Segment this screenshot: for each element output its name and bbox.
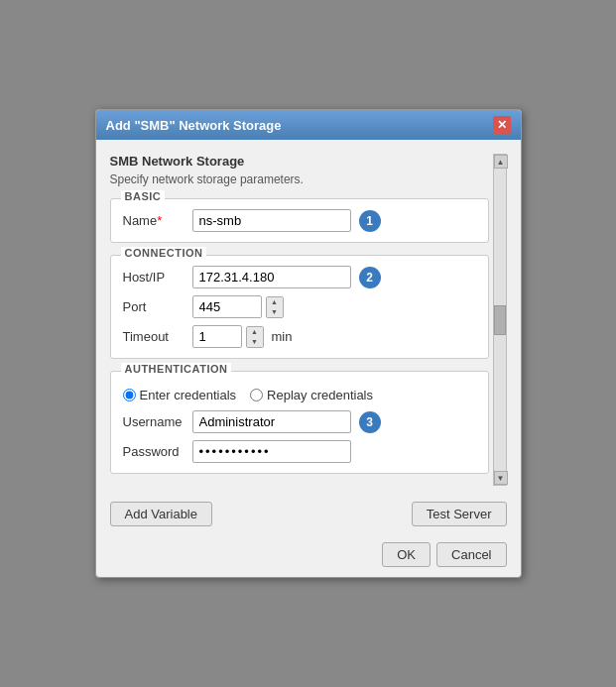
port-down-button[interactable]: ▼ bbox=[267, 307, 283, 317]
host-input[interactable] bbox=[192, 266, 351, 288]
username-label: Username bbox=[123, 414, 192, 429]
badge-1: 1 bbox=[359, 210, 381, 232]
scrollbar: ▲ ▼ bbox=[493, 154, 507, 486]
host-input-wrapper: 2 bbox=[192, 266, 381, 288]
dialog-container: Add "SMB" Network Storage ✕ SMB Network … bbox=[95, 109, 522, 578]
host-row: Host/IP 2 bbox=[123, 266, 476, 288]
port-up-button[interactable]: ▲ bbox=[267, 297, 283, 307]
timeout-down-button[interactable]: ▼ bbox=[247, 337, 263, 347]
radio-enter-credentials[interactable] bbox=[123, 389, 136, 401]
footer-row: Add Variable Test Server bbox=[96, 496, 521, 536]
add-variable-button[interactable]: Add Variable bbox=[110, 502, 212, 526]
scrollbar-thumb[interactable] bbox=[494, 305, 506, 335]
radio-row: Enter credentials Replay credentials bbox=[123, 388, 476, 402]
port-label: Port bbox=[123, 299, 192, 314]
port-row: Port ▲ ▼ bbox=[123, 295, 476, 318]
radio-replay-label[interactable]: Replay credentials bbox=[250, 388, 373, 402]
required-star: * bbox=[157, 213, 162, 228]
dialog-titlebar: Add "SMB" Network Storage ✕ bbox=[96, 110, 521, 140]
section-header: SMB Network Storage bbox=[110, 154, 489, 169]
timeout-up-button[interactable]: ▲ bbox=[247, 327, 263, 337]
connection-group: CONNECTION Host/IP 2 Port ▲ ▼ bbox=[110, 255, 489, 359]
connection-group-title: CONNECTION bbox=[121, 247, 207, 259]
timeout-label: Timeout bbox=[123, 329, 192, 344]
radio-replay-credentials[interactable] bbox=[250, 389, 263, 401]
username-row: Username 3 bbox=[123, 410, 476, 433]
timeout-unit: min bbox=[272, 329, 293, 344]
username-input-wrapper: 3 bbox=[192, 410, 381, 433]
badge-3: 3 bbox=[359, 411, 381, 433]
username-input[interactable] bbox=[192, 410, 351, 433]
scroll-up-button[interactable]: ▲ bbox=[494, 155, 508, 169]
port-input[interactable] bbox=[192, 295, 262, 318]
name-input[interactable] bbox=[192, 209, 351, 232]
timeout-spinner-wrap: ▲ ▼ min bbox=[192, 325, 293, 348]
password-input[interactable] bbox=[192, 440, 351, 463]
port-spinners: ▲ ▼ bbox=[266, 296, 284, 318]
name-input-wrapper: 1 bbox=[192, 209, 381, 232]
port-spinner-wrap: ▲ ▼ bbox=[192, 295, 284, 318]
test-server-button[interactable]: Test Server bbox=[412, 502, 507, 526]
basic-group: BASIC Name* 1 bbox=[110, 198, 489, 243]
badge-2: 2 bbox=[359, 267, 381, 288]
authentication-group: AUTHENTICATION Enter credentials Replay … bbox=[110, 371, 489, 474]
name-label: Name* bbox=[123, 213, 192, 228]
timeout-row: Timeout ▲ ▼ min bbox=[123, 325, 476, 348]
timeout-spinners: ▲ ▼ bbox=[246, 326, 264, 348]
password-row: Password bbox=[123, 440, 476, 463]
auth-group-title: AUTHENTICATION bbox=[121, 363, 232, 375]
timeout-input[interactable] bbox=[192, 325, 242, 348]
basic-group-title: BASIC bbox=[121, 190, 166, 202]
cancel-button[interactable]: Cancel bbox=[436, 542, 506, 567]
scroll-down-button[interactable]: ▼ bbox=[494, 471, 508, 485]
ok-button[interactable]: OK bbox=[382, 542, 431, 567]
dialog-content: SMB Network Storage Specify network stor… bbox=[110, 154, 489, 486]
name-row: Name* 1 bbox=[123, 209, 476, 232]
password-label: Password bbox=[123, 444, 192, 459]
host-label: Host/IP bbox=[123, 270, 192, 285]
radio-enter-label[interactable]: Enter credentials bbox=[123, 388, 237, 402]
close-button[interactable]: ✕ bbox=[493, 116, 511, 134]
dialog-body: SMB Network Storage Specify network stor… bbox=[96, 140, 521, 496]
dialog-title: Add "SMB" Network Storage bbox=[106, 118, 282, 133]
bottom-buttons: OK Cancel bbox=[96, 536, 521, 577]
section-subtitle: Specify network storage parameters. bbox=[110, 172, 489, 186]
scrollbar-track: ▲ ▼ bbox=[493, 154, 507, 486]
